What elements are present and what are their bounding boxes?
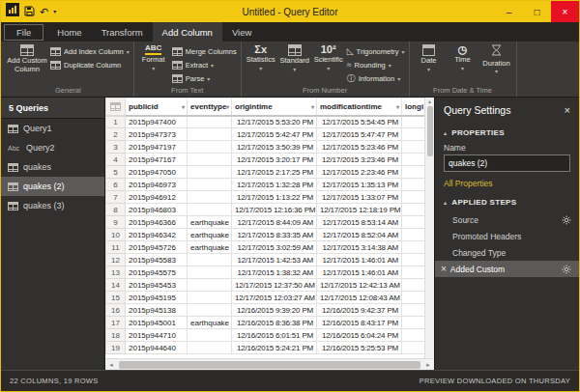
cell[interactable]: 2015p947373: [126, 128, 188, 141]
cell[interactable]: [188, 292, 232, 304]
scroll-right-icon[interactable]: ►: [422, 362, 434, 368]
format-button[interactable]: ABC Format ▾: [138, 43, 169, 85]
cell[interactable]: 2015p947050: [126, 166, 188, 179]
close-button[interactable]: ×: [551, 1, 579, 22]
cell[interactable]: 12/17/2015 12:37:50 AM: [232, 279, 317, 292]
cell[interactable]: 12/17/2015 1:46:01 AM: [317, 254, 402, 266]
cell[interactable]: [402, 204, 425, 216]
cell[interactable]: 12/17/2015 3:14:38 AM: [317, 241, 402, 254]
cell[interactable]: [188, 304, 232, 317]
cell[interactable]: [402, 241, 425, 254]
cell[interactable]: [188, 254, 232, 266]
row-number[interactable]: 1: [106, 116, 126, 128]
cell[interactable]: [402, 216, 425, 229]
save-icon[interactable]: [24, 3, 35, 20]
column-header-publicid[interactable]: publicid▾: [126, 98, 188, 116]
cell[interactable]: [188, 191, 232, 204]
cell[interactable]: 12/17/2015 3:50:39 PM: [232, 141, 317, 154]
cell[interactable]: [402, 191, 425, 204]
row-number[interactable]: 18: [106, 329, 126, 342]
cell[interactable]: earthquake: [188, 317, 232, 329]
cell[interactable]: 12/17/2015 2:23:46 PM: [317, 166, 402, 179]
cell[interactable]: 12/16/2015 6:01:51 PM: [232, 329, 317, 342]
extract-button[interactable]: Extract ▾: [172, 59, 237, 71]
cell[interactable]: 2015p945001: [126, 317, 188, 329]
queries-pane-header[interactable]: 5 Queries: [1, 98, 104, 119]
date-button[interactable]: Date ▾: [414, 43, 445, 85]
cell[interactable]: 12/16/2015 5:25:53 PM: [317, 342, 402, 354]
cell[interactable]: 2015p946803: [126, 204, 188, 216]
trigonometry-button[interactable]: ◺ Trigonometry ▾: [347, 45, 405, 58]
cell[interactable]: 12/17/2015 5:54:45 PM: [317, 116, 402, 128]
query-item-query2[interactable]: AbcQuery2: [1, 138, 104, 157]
add-index-column-button[interactable]: Add Index Column ▾: [50, 45, 130, 58]
cell[interactable]: 12/17/2015 8:33:35 AM: [232, 229, 317, 241]
chevron-down-icon[interactable]: ▾: [53, 9, 56, 14]
cell[interactable]: 2015p946366: [126, 216, 188, 229]
cell[interactable]: [402, 342, 425, 354]
row-number[interactable]: 15: [106, 292, 126, 304]
column-header-eventtype[interactable]: eventtype▾: [188, 98, 232, 116]
cell[interactable]: 12/16/2015 9:39:20 PM: [232, 304, 317, 317]
cell[interactable]: 2015p945138: [126, 304, 188, 317]
duplicate-column-button[interactable]: Duplicate Column: [50, 59, 130, 71]
cell[interactable]: 2015p944640: [126, 342, 188, 354]
row-number[interactable]: 3: [106, 141, 126, 154]
cell[interactable]: 12/17/2015 8:44:09 AM: [232, 216, 317, 229]
horizontal-scrollbar[interactable]: ◄ ►: [105, 358, 434, 370]
scientific-button[interactable]: 10² Scientific ▾: [313, 43, 344, 85]
cell[interactable]: [188, 342, 232, 354]
cell[interactable]: 12/17/2015 5:23:46 PM: [317, 141, 402, 154]
duration-button[interactable]: Duration ▾: [481, 43, 512, 85]
cell[interactable]: [188, 116, 232, 128]
gear-icon[interactable]: [562, 265, 571, 274]
standard-button[interactable]: Standard ▾: [279, 43, 310, 85]
cell[interactable]: 2015p945453: [126, 279, 188, 292]
cell[interactable]: 12/16/2015 8:43:17 PM: [317, 317, 402, 329]
cell[interactable]: 12/17/2015 3:02:59 AM: [232, 241, 317, 254]
cell[interactable]: 2015p947197: [126, 141, 188, 154]
vertical-scroll-thumb[interactable]: [427, 106, 433, 156]
query-item-query1[interactable]: Query1: [1, 119, 104, 138]
cell[interactable]: 12/17/2015 1:38:32 AM: [232, 266, 317, 279]
cell[interactable]: 12/17/2015 12:08:43 AM: [317, 292, 402, 304]
cell[interactable]: [402, 141, 425, 154]
cell[interactable]: 2015p945583: [126, 254, 188, 266]
delete-step-icon[interactable]: ×: [441, 264, 447, 274]
cell[interactable]: [188, 179, 232, 191]
cell[interactable]: [188, 329, 232, 342]
cell[interactable]: [188, 204, 232, 216]
applied-step-added-custom[interactable]: ×Added Custom: [435, 261, 579, 277]
merge-columns-button[interactable]: Merge Columns: [172, 45, 237, 58]
cell[interactable]: 12/16/2015 5:24:21 PM: [232, 342, 317, 354]
column-menu-icon[interactable]: ▾: [226, 103, 229, 110]
query-item-quakes[interactable]: quakes: [1, 157, 104, 177]
cell[interactable]: 12/17/2015 12:42:13 AM: [317, 279, 402, 292]
cell[interactable]: 12/17/2015 8:52:04 AM: [317, 229, 402, 241]
cell[interactable]: 2015p946973: [126, 179, 188, 191]
column-menu-icon[interactable]: ▾: [182, 103, 185, 110]
cell[interactable]: 12/17/2015 5:47:47 PM: [317, 128, 402, 141]
cell[interactable]: 2015p945726: [126, 241, 188, 254]
cell[interactable]: 2015p945575: [126, 266, 188, 279]
cell[interactable]: [402, 292, 425, 304]
column-menu-icon[interactable]: ▾: [311, 103, 314, 110]
properties-section-header[interactable]: ▴ PROPERTIES: [435, 123, 579, 140]
cell[interactable]: [402, 179, 425, 191]
row-number[interactable]: 14: [106, 279, 126, 292]
cell[interactable]: 12/17/2015 12:18:19 PM: [317, 204, 402, 216]
cell[interactable]: 12/17/2015 1:35:13 PM: [317, 179, 402, 191]
query-name-input[interactable]: [444, 154, 570, 172]
row-number[interactable]: 17: [106, 317, 126, 329]
row-number[interactable]: 5: [106, 166, 126, 179]
row-number[interactable]: 2: [106, 128, 126, 141]
cell[interactable]: earthquake: [188, 241, 232, 254]
cell[interactable]: [402, 229, 425, 241]
cell[interactable]: earthquake: [188, 229, 232, 241]
cell[interactable]: [188, 266, 232, 279]
scroll-left-icon[interactable]: ◄: [105, 362, 117, 368]
table-corner-button[interactable]: [106, 98, 126, 116]
column-header-origintime[interactable]: origintime▾: [232, 98, 317, 116]
cell[interactable]: 12/17/2015 3:20:17 PM: [232, 154, 317, 166]
parse-button[interactable]: Parse ▾: [172, 72, 237, 85]
